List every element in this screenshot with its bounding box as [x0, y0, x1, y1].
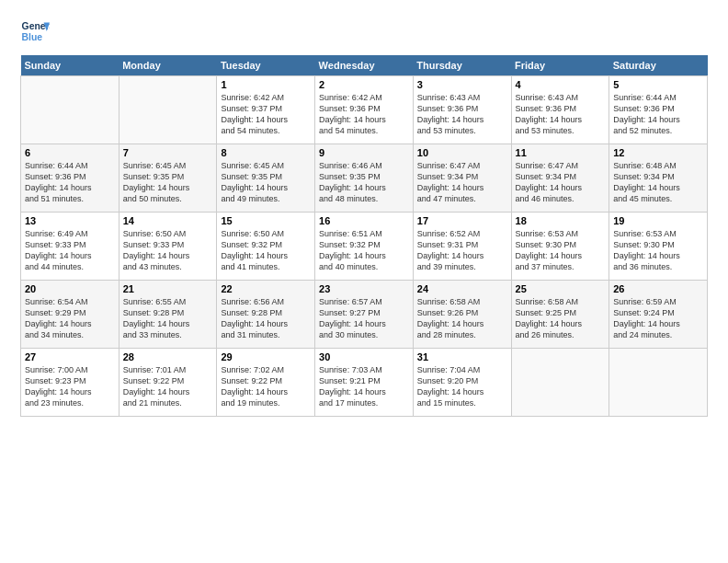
day-number: 6: [25, 147, 115, 158]
calendar-cell: 26Sunrise: 6:59 AM Sunset: 9:24 PM Dayli…: [609, 281, 708, 349]
day-number: 28: [123, 351, 213, 362]
day-number: 9: [319, 147, 409, 158]
svg-text:Blue: Blue: [22, 32, 43, 42]
calendar-cell: [609, 349, 708, 417]
day-info: Sunrise: 6:52 AM Sunset: 9:31 PM Dayligh…: [417, 228, 507, 273]
day-info: Sunrise: 6:53 AM Sunset: 9:30 PM Dayligh…: [516, 228, 606, 273]
day-number: 27: [25, 351, 115, 362]
day-number: 7: [123, 147, 213, 158]
day-info: Sunrise: 6:50 AM Sunset: 9:32 PM Dayligh…: [221, 228, 311, 273]
calendar-cell: 19Sunrise: 6:53 AM Sunset: 9:30 PM Dayli…: [609, 213, 708, 281]
logo: General Blue: [20, 17, 50, 46]
header-thursday: Thursday: [413, 55, 511, 76]
calendar-cell: 2Sunrise: 6:42 AM Sunset: 9:36 PM Daylig…: [315, 76, 414, 144]
day-number: 12: [613, 147, 703, 158]
calendar-cell: [119, 76, 217, 144]
calendar-cell: 6Sunrise: 6:44 AM Sunset: 9:36 PM Daylig…: [21, 144, 119, 213]
day-number: 20: [25, 283, 115, 294]
day-info: Sunrise: 6:59 AM Sunset: 9:24 PM Dayligh…: [613, 296, 703, 341]
day-info: Sunrise: 6:47 AM Sunset: 9:34 PM Dayligh…: [516, 160, 606, 205]
calendar-cell: 14Sunrise: 6:50 AM Sunset: 9:33 PM Dayli…: [119, 213, 217, 281]
week-row-4: 27Sunrise: 7:00 AM Sunset: 9:23 PM Dayli…: [21, 349, 708, 417]
calendar-cell: 8Sunrise: 6:45 AM Sunset: 9:35 PM Daylig…: [217, 144, 315, 213]
day-info: Sunrise: 7:00 AM Sunset: 9:23 PM Dayligh…: [25, 364, 115, 409]
day-info: Sunrise: 6:45 AM Sunset: 9:35 PM Dayligh…: [221, 160, 311, 205]
day-info: Sunrise: 6:57 AM Sunset: 9:27 PM Dayligh…: [319, 296, 409, 341]
day-number: 25: [516, 283, 606, 294]
day-number: 29: [221, 351, 311, 362]
day-info: Sunrise: 6:55 AM Sunset: 9:28 PM Dayligh…: [123, 296, 213, 341]
day-number: 26: [613, 283, 703, 294]
calendar-cell: 18Sunrise: 6:53 AM Sunset: 9:30 PM Dayli…: [511, 213, 609, 281]
day-info: Sunrise: 6:56 AM Sunset: 9:28 PM Dayligh…: [221, 296, 311, 341]
day-info: Sunrise: 7:02 AM Sunset: 9:22 PM Dayligh…: [221, 364, 311, 409]
calendar-cell: 12Sunrise: 6:48 AM Sunset: 9:34 PM Dayli…: [609, 144, 708, 213]
day-number: 24: [417, 283, 507, 294]
calendar-cell: 24Sunrise: 6:58 AM Sunset: 9:26 PM Dayli…: [413, 281, 511, 349]
calendar-cell: 21Sunrise: 6:55 AM Sunset: 9:28 PM Dayli…: [119, 281, 217, 349]
day-info: Sunrise: 6:58 AM Sunset: 9:26 PM Dayligh…: [417, 296, 507, 341]
calendar-cell: 5Sunrise: 6:44 AM Sunset: 9:36 PM Daylig…: [609, 76, 708, 144]
calendar-cell: 16Sunrise: 6:51 AM Sunset: 9:32 PM Dayli…: [315, 213, 414, 281]
calendar-cell: 20Sunrise: 6:54 AM Sunset: 9:29 PM Dayli…: [21, 281, 119, 349]
calendar-cell: 9Sunrise: 6:46 AM Sunset: 9:35 PM Daylig…: [315, 144, 414, 213]
day-number: 13: [25, 215, 115, 226]
calendar-cell: 28Sunrise: 7:01 AM Sunset: 9:22 PM Dayli…: [119, 349, 217, 417]
logo-icon: General Blue: [20, 17, 50, 46]
day-number: 11: [516, 147, 606, 158]
day-info: Sunrise: 6:46 AM Sunset: 9:35 PM Dayligh…: [319, 160, 409, 205]
day-info: Sunrise: 6:51 AM Sunset: 9:32 PM Dayligh…: [319, 228, 409, 273]
day-info: Sunrise: 6:44 AM Sunset: 9:36 PM Dayligh…: [613, 92, 703, 137]
day-info: Sunrise: 6:42 AM Sunset: 9:36 PM Dayligh…: [319, 92, 409, 137]
day-info: Sunrise: 6:44 AM Sunset: 9:36 PM Dayligh…: [25, 160, 115, 205]
day-number: 17: [417, 215, 507, 226]
calendar-cell: 15Sunrise: 6:50 AM Sunset: 9:32 PM Dayli…: [217, 213, 315, 281]
day-info: Sunrise: 6:43 AM Sunset: 9:36 PM Dayligh…: [417, 92, 507, 137]
day-info: Sunrise: 7:01 AM Sunset: 9:22 PM Dayligh…: [123, 364, 213, 409]
calendar-cell: 30Sunrise: 7:03 AM Sunset: 9:21 PM Dayli…: [315, 349, 414, 417]
calendar-cell: 22Sunrise: 6:56 AM Sunset: 9:28 PM Dayli…: [217, 281, 315, 349]
header-wednesday: Wednesday: [315, 55, 414, 76]
header-row: SundayMondayTuesdayWednesdayThursdayFrid…: [21, 55, 708, 76]
calendar-cell: 10Sunrise: 6:47 AM Sunset: 9:34 PM Dayli…: [413, 144, 511, 213]
day-number: 22: [221, 283, 311, 294]
header-friday: Friday: [511, 55, 609, 76]
day-number: 19: [613, 215, 703, 226]
calendar-cell: 27Sunrise: 7:00 AM Sunset: 9:23 PM Dayli…: [21, 349, 119, 417]
header-tuesday: Tuesday: [217, 55, 315, 76]
day-number: 16: [319, 215, 409, 226]
header-monday: Monday: [119, 55, 217, 76]
calendar-cell: 25Sunrise: 6:58 AM Sunset: 9:25 PM Dayli…: [511, 281, 609, 349]
day-number: 10: [417, 147, 507, 158]
calendar-cell: 11Sunrise: 6:47 AM Sunset: 9:34 PM Dayli…: [511, 144, 609, 213]
header-saturday: Saturday: [609, 55, 708, 76]
header-sunday: Sunday: [21, 55, 119, 76]
week-row-1: 6Sunrise: 6:44 AM Sunset: 9:36 PM Daylig…: [21, 144, 708, 213]
day-number: 21: [123, 283, 213, 294]
calendar-header: SundayMondayTuesdayWednesdayThursdayFrid…: [21, 55, 708, 76]
day-info: Sunrise: 6:48 AM Sunset: 9:34 PM Dayligh…: [613, 160, 703, 205]
day-info: Sunrise: 6:53 AM Sunset: 9:30 PM Dayligh…: [613, 228, 703, 273]
day-info: Sunrise: 7:03 AM Sunset: 9:21 PM Dayligh…: [319, 364, 409, 409]
day-number: 14: [123, 215, 213, 226]
day-info: Sunrise: 6:47 AM Sunset: 9:34 PM Dayligh…: [417, 160, 507, 205]
day-number: 23: [319, 283, 409, 294]
calendar-cell: 17Sunrise: 6:52 AM Sunset: 9:31 PM Dayli…: [413, 213, 511, 281]
calendar-cell: 3Sunrise: 6:43 AM Sunset: 9:36 PM Daylig…: [413, 76, 511, 144]
day-number: 8: [221, 147, 311, 158]
calendar-cell: 7Sunrise: 6:45 AM Sunset: 9:35 PM Daylig…: [119, 144, 217, 213]
calendar-cell: 29Sunrise: 7:02 AM Sunset: 9:22 PM Dayli…: [217, 349, 315, 417]
calendar-cell: 4Sunrise: 6:43 AM Sunset: 9:36 PM Daylig…: [511, 76, 609, 144]
day-number: 30: [319, 351, 409, 362]
calendar-cell: 1Sunrise: 6:42 AM Sunset: 9:37 PM Daylig…: [217, 76, 315, 144]
calendar-cell: [21, 76, 119, 144]
day-number: 5: [613, 79, 703, 90]
day-info: Sunrise: 6:45 AM Sunset: 9:35 PM Dayligh…: [123, 160, 213, 205]
calendar-table: SundayMondayTuesdayWednesdayThursdayFrid…: [20, 55, 708, 417]
calendar-cell: 31Sunrise: 7:04 AM Sunset: 9:20 PM Dayli…: [413, 349, 511, 417]
day-number: 18: [516, 215, 606, 226]
day-number: 1: [221, 79, 311, 90]
week-row-3: 20Sunrise: 6:54 AM Sunset: 9:29 PM Dayli…: [21, 281, 708, 349]
day-info: Sunrise: 6:58 AM Sunset: 9:25 PM Dayligh…: [516, 296, 606, 341]
week-row-0: 1Sunrise: 6:42 AM Sunset: 9:37 PM Daylig…: [21, 76, 708, 144]
